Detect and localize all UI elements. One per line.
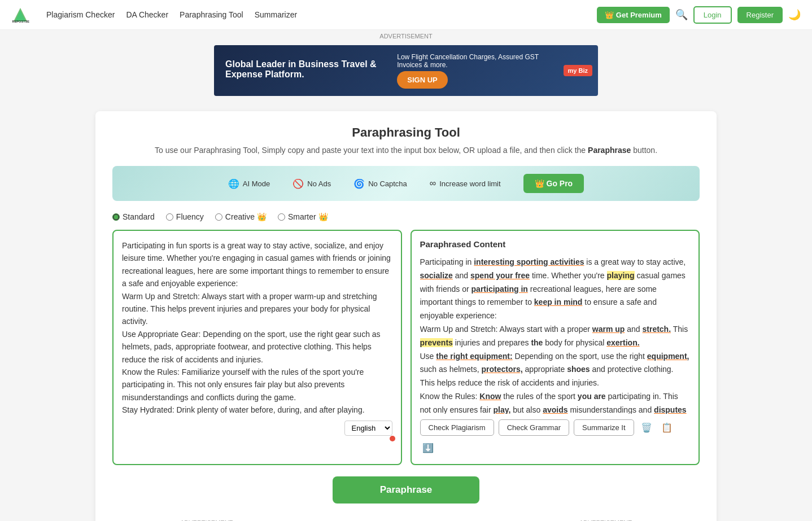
- output-label: Paraphrased Content: [420, 239, 691, 249]
- nav-plagiarism[interactable]: Plagiarism Checker: [46, 10, 115, 19]
- output-footer: Check Plagiarism Check Grammar Summarize…: [420, 419, 691, 456]
- ad-headline: Global Leader in Business Travel & Expen…: [225, 59, 380, 80]
- language-select[interactable]: English Spanish French German: [344, 421, 392, 436]
- bottom-ad-right-wrap: ADVERTISEMENT my Biz Global Leader in: [512, 515, 700, 521]
- paraphrase-wrap: Paraphrase: [112, 476, 700, 504]
- no-ads-icon: 🚫: [293, 178, 304, 189]
- ad-signup-button[interactable]: SIGN UP: [397, 71, 447, 89]
- nav-summarizer[interactable]: Summarizer: [255, 10, 297, 19]
- go-pro-button[interactable]: 👑 Go Pro: [523, 174, 584, 193]
- no-captcha-label: No Captcha: [368, 179, 407, 188]
- no-captcha-icon: 🌀: [353, 178, 365, 189]
- top-ad-label: ADVERTISEMENT: [0, 30, 812, 42]
- top-ad-banner: Global Leader in Business Travel & Expen…: [214, 45, 598, 96]
- mode-selector: Standard Fluency Creative 👑 Smarter 👑: [112, 212, 700, 221]
- download-icon[interactable]: ⬇️: [420, 440, 436, 456]
- nav-da-checker[interactable]: DA Checker: [126, 10, 168, 19]
- copy-icon[interactable]: 📋: [659, 420, 675, 435]
- bottom-ad-right-label: ADVERTISEMENT: [512, 515, 700, 521]
- summarize-button[interactable]: Summarize It: [574, 419, 634, 436]
- feature-ai-mode: 🌐 AI Mode: [228, 178, 270, 189]
- nav-paraphrasing[interactable]: Paraphrasing Tool: [180, 10, 243, 19]
- page-title: Paraphrasing Tool: [112, 125, 700, 140]
- input-textarea[interactable]: Participating in fun sports is a great w…: [122, 239, 392, 414]
- mode-smarter[interactable]: Smarter 👑: [278, 212, 328, 221]
- dark-mode-icon[interactable]: 🌙: [788, 8, 801, 21]
- feature-no-captcha: 🌀 No Captcha: [353, 178, 407, 189]
- ad-brand: my Biz: [564, 65, 592, 76]
- logo[interactable]: REPOSTSEO: [11, 6, 29, 24]
- bottom-ad-left-wrap: ADVERTISEMENT my Biz Global Leader in: [112, 515, 300, 521]
- svg-text:REPOSTSEO: REPOSTSEO: [12, 20, 29, 23]
- check-grammar-button[interactable]: Check Grammar: [499, 419, 569, 436]
- word-limit-icon: ∞: [430, 178, 436, 189]
- main-card: Paraphrasing Tool To use our Paraphrasin…: [95, 111, 717, 521]
- bottom-ad-left-label: ADVERTISEMENT: [112, 515, 300, 521]
- output-text: Participating in interesting sporting ac…: [420, 256, 691, 414]
- paraphrase-button[interactable]: Paraphrase: [333, 476, 479, 504]
- features-banner: 🌐 AI Mode 🚫 No Ads 🌀 No Captcha ∞ Increa…: [112, 166, 700, 201]
- search-icon[interactable]: 🔍: [675, 8, 688, 21]
- editor-area: Participating in fun sports is a great w…: [112, 230, 700, 465]
- ai-mode-label: AI Mode: [243, 179, 270, 188]
- paraphrase-center-area: [312, 515, 500, 518]
- mode-fluency[interactable]: Fluency: [166, 212, 204, 221]
- feature-no-ads: 🚫 No Ads: [293, 178, 331, 189]
- login-button[interactable]: Login: [693, 6, 732, 24]
- feature-word-limit: ∞ Increase word limit: [430, 178, 501, 189]
- main-nav: Plagiarism Checker DA Checker Paraphrasi…: [46, 10, 597, 19]
- register-button[interactable]: Register: [737, 7, 783, 23]
- no-ads-label: No Ads: [307, 179, 331, 188]
- delete-icon[interactable]: 🗑️: [639, 420, 654, 435]
- mode-standard[interactable]: Standard: [112, 212, 155, 221]
- ad-subtext: Low Flight Cancellation Charges, Assured…: [397, 53, 552, 69]
- page-subtitle: To use our Paraphrasing Tool, Simply cop…: [112, 146, 700, 155]
- red-dot-indicator: [390, 436, 395, 441]
- input-panel: Participating in fun sports is a great w…: [112, 230, 402, 465]
- word-limit-label: Increase word limit: [439, 179, 500, 188]
- output-panel: Paraphrased Content Participating in int…: [411, 230, 700, 465]
- check-plagiarism-button[interactable]: Check Plagiarism: [420, 419, 494, 436]
- mode-creative[interactable]: Creative 👑: [215, 212, 267, 221]
- premium-button[interactable]: 👑 Get Premium: [597, 7, 670, 23]
- ai-mode-icon: 🌐: [228, 178, 239, 189]
